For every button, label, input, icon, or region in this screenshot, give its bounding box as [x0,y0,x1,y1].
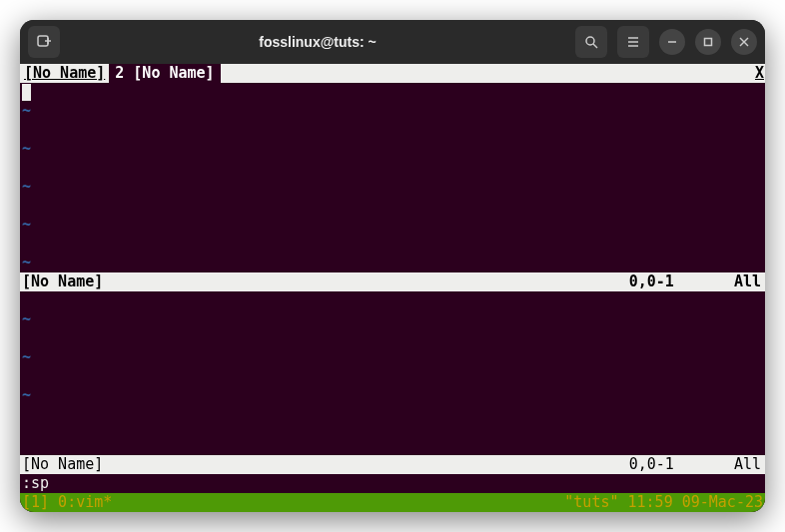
search-icon [584,35,598,49]
tmux-session-window: [1] 0:vim* [22,493,112,512]
buffer-line [20,83,765,102]
vim-split-top[interactable]: ~ ~ ~ ~ ~ [20,83,765,272]
window-title: fosslinux@tuts: ~ [68,34,567,50]
minimize-button[interactable] [659,29,685,55]
vim-tab-active-count: 2 [115,64,133,82]
menu-button[interactable] [617,26,649,58]
vim-tab-active[interactable]: 2 [No Name] [109,64,220,83]
svg-line-4 [593,44,597,48]
vim-tab-close[interactable]: X [754,64,765,83]
maximize-button[interactable] [695,29,721,55]
close-button[interactable] [731,29,757,55]
buffer-line [20,291,765,310]
svg-point-3 [586,37,594,45]
tmux-statusline: [1] 0:vim* "tuts" 11:59 09-Mac-23 [20,493,765,512]
empty-line-tilde: ~ [20,140,765,159]
vim-statusline-bottom: [No Name] 0,0-1 All [20,455,765,474]
status-spacer [103,455,628,474]
empty-line-tilde: ~ [20,102,765,121]
empty-line-tilde: ~ [20,216,765,235]
buffer-line [20,159,765,178]
titlebar-controls [575,26,757,58]
empty-line-tilde: ~ [20,254,765,272]
tmux-right: "tuts" 11:59 09-Mac-23 [564,493,763,512]
buffer-line [20,121,765,140]
cursor [22,84,31,101]
vim-split-bottom[interactable]: ~ ~ ~ [20,291,765,455]
vim-statusline-top: [No Name] 0,0-1 All [20,272,765,291]
tmux-datetime: 11:59 09-Mac-23 [619,493,764,511]
maximize-icon [703,37,713,47]
vim-tabline: [No Name] 2 [No Name] X [20,64,765,83]
hamburger-icon [626,35,640,49]
tmux-hostname: "tuts" [564,493,618,511]
status-percent: All [734,272,763,291]
search-button[interactable] [575,26,607,58]
buffer-line [20,367,765,386]
new-tab-button[interactable] [28,26,60,58]
status-filename: [No Name] [22,455,103,474]
status-filename: [No Name] [22,272,103,291]
vim-cmdline[interactable]: :sp [20,474,765,493]
vim-tab-active-label: [No Name] [133,64,214,82]
vim-tabline-fill [221,64,754,83]
empty-line-tilde: ~ [20,310,765,329]
status-position: 0,0-1 [629,272,734,291]
buffer-line [20,405,765,424]
minimize-icon [667,37,677,47]
close-icon [739,37,749,47]
buffer-line [20,235,765,254]
terminal-viewport[interactable]: [No Name] 2 [No Name] X ~ ~ ~ ~ ~ [No Na… [20,64,765,512]
buffer-line [20,197,765,216]
empty-line-tilde: ~ [20,348,765,367]
terminal-window: fosslinux@tuts: ~ [20,20,765,512]
empty-line-tilde: ~ [20,386,765,405]
status-position: 0,0-1 [629,455,734,474]
vim-tab-inactive[interactable]: [No Name] [20,64,109,83]
buffer-line [20,329,765,348]
titlebar: fosslinux@tuts: ~ [20,20,765,64]
svg-rect-9 [705,39,712,46]
new-tab-icon [36,34,52,50]
status-spacer [103,272,628,291]
status-percent: All [734,455,763,474]
empty-line-tilde: ~ [20,178,765,197]
